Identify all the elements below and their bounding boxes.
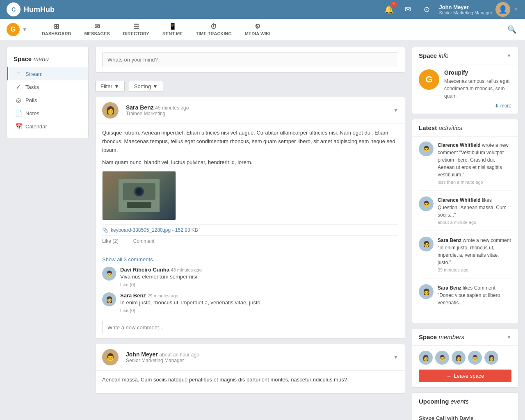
- comment-author-1-1: Davi Ribeiro Cunha: [120, 267, 169, 273]
- comment-body-1-1: Davi Ribeiro Cunha 43 minutes ago Vivamu…: [120, 267, 398, 288]
- members-collapse[interactable]: ▼: [507, 334, 511, 340]
- feed-card-1-body: Quisque rutrum. Aenean imperdiet. Etiam …: [96, 124, 405, 252]
- activity-time-3: 39 minutes ago: [438, 267, 511, 272]
- comment-1-2: 👩 Sara Benz 29 minutes ago In enim justo…: [102, 292, 398, 313]
- activity-content-4: Sara Benz likes Comment "Donec vitae sap…: [438, 284, 511, 306]
- new-comment-input-1[interactable]: [102, 321, 398, 334]
- activity-name-3: Sara Benz: [438, 237, 461, 243]
- activity-avatar-3: 👩: [419, 237, 434, 251]
- search-button[interactable]: 🔍: [505, 23, 518, 36]
- sidebar-item-calendar[interactable]: 📅 Calendar: [7, 120, 88, 133]
- messages-button[interactable]: ✉: [401, 3, 414, 16]
- feed-avatar-2: 👨: [102, 349, 119, 365]
- comment-text-1-1: Vivamus elementum semper nisi: [120, 274, 398, 280]
- notifications-button[interactable]: 🔔 1: [382, 3, 395, 16]
- user-dropdown-chevron: ▼: [514, 7, 518, 12]
- like-button-1[interactable]: Like (2): [102, 238, 119, 244]
- feed-image-content-1: [103, 171, 176, 220]
- activity-name-4: Sara Benz: [438, 285, 461, 291]
- directory-icon: ☰: [133, 23, 139, 30]
- feed-author-info-2: John Meyer about an hour ago Senior Mark…: [126, 351, 199, 363]
- activity-item-4: 👩 Sara Benz likes Comment "Donec vitae s…: [419, 284, 511, 312]
- events-title: Upcoming events: [419, 398, 469, 405]
- post-input[interactable]: [102, 52, 398, 67]
- sidebar-item-stream[interactable]: ≡ Stream: [7, 67, 88, 80]
- sorting-button[interactable]: Sorting ▼: [129, 81, 163, 92]
- feed-text-2a: Aenean massa. Cum sociis natoque penatib…: [102, 376, 398, 384]
- activity-avatar-1: 👨: [419, 142, 434, 156]
- activity-name-2: Clarence Whitfield: [438, 197, 481, 203]
- activity-text-3: Sara Benz wrote a new comment "In enim j…: [438, 237, 511, 266]
- user-role: Senior Marketing Manager: [439, 10, 492, 15]
- more-arrow: ⬇: [495, 103, 499, 109]
- nav-item-messages[interactable]: ✉ MESSAGES: [78, 19, 116, 40]
- activity-avatar-2: 👨: [419, 196, 434, 211]
- comments-section-1: Show all 3 comments. 👨 Davi Ribeiro Cunh…: [96, 252, 405, 338]
- feed-text-1b: Nam quam nunc, blandit vel, luctus pulvi…: [102, 158, 398, 167]
- rent-me-icon: 📱: [169, 23, 177, 30]
- upcoming-events-card: Upcoming events Skype Call with Davis Au…: [412, 393, 518, 420]
- sidebar-title: Space menu: [7, 52, 88, 67]
- logo-text: HumHub: [24, 5, 55, 14]
- middle-content: Filter ▼ Sorting ▼ 👩 Sara Benz 45 minute…: [95, 47, 405, 420]
- post-box: [95, 47, 405, 73]
- nav-item-time-tracking[interactable]: ⏱ TIME TRACKING: [189, 19, 238, 40]
- post-collapse-1[interactable]: ▼: [393, 107, 398, 113]
- feed-card-2: 👨 John Meyer about an hour ago Senior Ma…: [95, 344, 405, 394]
- member-avatar-4[interactable]: 👨: [468, 351, 482, 365]
- sidebar-card: Space menu ≡ Stream ✓ Tasks ◎ Polls 📄 No…: [7, 47, 89, 138]
- comment-like-1-2[interactable]: Like (0): [120, 308, 135, 313]
- comment-avatar-1-2: 👩: [102, 292, 116, 306]
- space-info-collapse[interactable]: ▼: [507, 53, 511, 59]
- logo[interactable]: C HumHub: [7, 2, 55, 16]
- user-avatar: 👤: [495, 2, 510, 17]
- member-avatar-2[interactable]: 👨: [435, 351, 449, 365]
- feed-author-role-1: Trainee Marketing: [126, 111, 189, 116]
- second-nav: G ▼ ⊞ DASHBOARD ✉ MESSAGES ☰ DIRECTORY 📱…: [0, 19, 525, 40]
- activity-text-1: Clarence Whitfield wrote a new comment "…: [438, 142, 511, 178]
- main-layout: Space menu ≡ Stream ✓ Tasks ◎ Polls 📄 No…: [0, 40, 525, 420]
- top-nav-icons: 🔔 1 ✉ ⊙ John Meyer Senior Marketing Mana…: [382, 2, 518, 17]
- space-members-card: Space members ▼ 👩 👨 👩 👨 👩 → Leave space: [412, 328, 518, 388]
- nav-item-label-dashboard: DASHBOARD: [42, 31, 71, 36]
- post-collapse-2[interactable]: ▼: [393, 354, 398, 360]
- comment-like-1-1[interactable]: Like (0): [120, 282, 135, 287]
- member-avatar-3[interactable]: 👩: [452, 351, 466, 365]
- feed-author-time-2: about an hour ago: [159, 352, 199, 358]
- time-tracking-icon: ⏱: [210, 23, 217, 30]
- nav-item-label-time-tracking: TIME TRACKING: [196, 31, 231, 36]
- space-info-title-bold: Space: [419, 52, 437, 59]
- feed-card-2-header: 👨 John Meyer about an hour ago Senior Ma…: [96, 344, 405, 371]
- comment-body-1-2: Sara Benz 29 minutes ago In enim justo, …: [120, 292, 398, 313]
- feed-attachment-1: 📎 keyboard-338505_1280.jpg - 152.93 KB: [102, 224, 398, 235]
- media-wiki-icon: ⚙: [255, 23, 260, 30]
- nav-item-dashboard[interactable]: ⊞ DASHBOARD: [35, 19, 78, 40]
- nav-item-rent-me[interactable]: 📱 RENT ME: [156, 19, 189, 40]
- sidebar-item-polls[interactable]: ◎ Polls: [7, 94, 88, 107]
- user-menu[interactable]: John Meyer Senior Marketing Manager 👤 ▼: [439, 2, 518, 17]
- comment-time-1-1: 43 minutes ago: [171, 267, 202, 272]
- leave-space-button[interactable]: → Leave space: [419, 370, 511, 382]
- space-selector[interactable]: G ▼: [7, 23, 27, 36]
- space-info-body: G Groupify Maecenas tempus, tellus eget …: [412, 64, 518, 114]
- comment-1-1: 👨 Davi Ribeiro Cunha 43 minutes ago Viva…: [102, 267, 398, 288]
- space-info-title-light: info: [438, 52, 448, 59]
- attachment-name: keyboard-338505_1280.jpg - 152.93 KB: [111, 227, 198, 233]
- space-info-more[interactable]: ⬇ more: [419, 103, 511, 109]
- event-title-1: Skype Call with Davis: [419, 415, 511, 420]
- show-comments-1[interactable]: Show all 3 comments.: [102, 256, 398, 262]
- member-avatar-5[interactable]: 👩: [484, 351, 498, 365]
- polls-icon: ◎: [15, 97, 22, 103]
- filter-chevron: ▼: [114, 83, 119, 89]
- attachment-icon: 📎: [102, 227, 108, 233]
- help-button[interactable]: ⊙: [420, 3, 433, 16]
- author-row: 👩 Sara Benz 45 minutes ago Trainee Marke…: [102, 102, 189, 119]
- comment-button-1[interactable]: Comment: [133, 238, 155, 244]
- filter-button[interactable]: Filter ▼: [95, 81, 125, 92]
- sidebar-item-notes[interactable]: 📄 Notes: [7, 107, 88, 120]
- sorting-chevron: ▼: [153, 83, 158, 89]
- member-avatar-1[interactable]: 👩: [419, 351, 433, 365]
- sidebar-item-tasks[interactable]: ✓ Tasks: [7, 80, 88, 94]
- nav-item-directory[interactable]: ☰ DIRECTORY: [116, 19, 156, 40]
- nav-item-media-wiki[interactable]: ⚙ MEDIA WIKI: [238, 19, 277, 40]
